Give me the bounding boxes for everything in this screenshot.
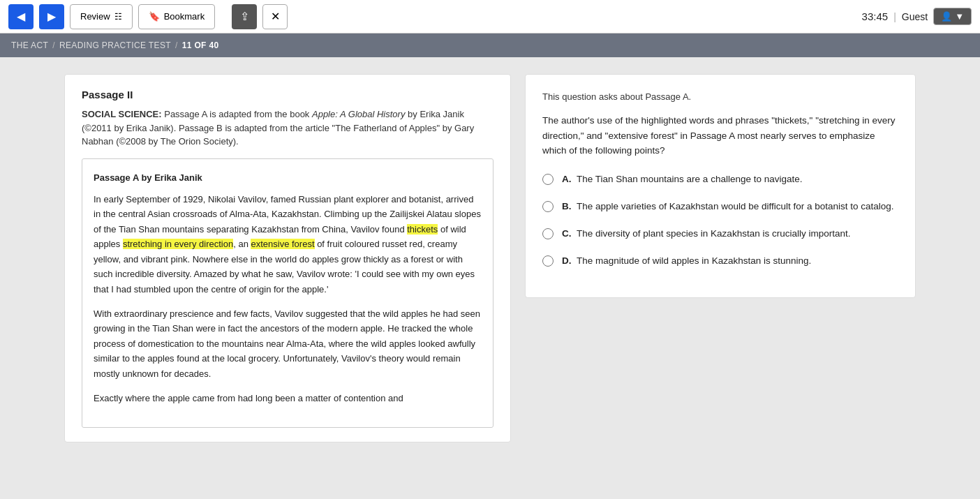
highlight-thickets: thickets	[407, 224, 438, 234]
user-avatar-button[interactable]: 👤 ▼	[933, 8, 972, 25]
review-button[interactable]: Review ☷	[70, 4, 133, 29]
bookmark-icon: 🔖	[149, 11, 160, 22]
answer-text-a: The Tian Shan mountains are a challenge …	[577, 174, 802, 184]
highlight-extensive-forest: extensive forest	[251, 239, 314, 249]
review-label: Review	[80, 11, 110, 22]
topbar: ◀ ▶ Review ☷ 🔖 Bookmark ⇪ ✕ 33:45 | Gues…	[0, 0, 980, 33]
passage-panel: Passage II SOCIAL SCIENCE: Passage A is …	[64, 74, 511, 442]
pointer-tool-button[interactable]: ⇪	[232, 4, 257, 29]
highlight-stretching: stretching in every direction	[123, 239, 233, 249]
answer-text-c: The diversity of plant species in Kazakh…	[577, 228, 850, 239]
next-button[interactable]: ▶	[39, 4, 64, 29]
intro-bold: SOCIAL SCIENCE:	[82, 109, 162, 119]
bookmark-button[interactable]: 🔖 Bookmark	[138, 4, 216, 29]
prev-button[interactable]: ◀	[8, 4, 34, 29]
answer-label-b: B. The apple varieties of Kazakhstan wou…	[562, 200, 894, 214]
separator2: /	[175, 40, 178, 50]
letter-d: D.	[562, 255, 572, 266]
close-tool-button[interactable]: ✕	[262, 4, 288, 29]
list-icon: ☷	[114, 12, 122, 22]
radio-c[interactable]	[542, 228, 554, 239]
answer-text-d: The magnitude of wild apples in Kazakhst…	[577, 255, 811, 266]
passage-author: Passage A by Erika Janik	[94, 170, 482, 185]
brand-label: THE ACT	[11, 40, 48, 50]
timer-user-area: 33:45 | Guest 👤 ▼	[862, 8, 972, 25]
passage-title: Passage II	[82, 89, 493, 100]
main-content: Passage II SOCIAL SCIENCE: Passage A is …	[36, 57, 944, 459]
breadcrumb: THE ACT / READING PRACTICE TEST / 11 OF …	[0, 33, 980, 57]
answer-option-a[interactable]: A. The Tian Shan mountains are a challen…	[542, 172, 898, 187]
separator: |	[893, 11, 896, 22]
radio-b[interactable]	[542, 201, 554, 212]
radio-a[interactable]	[542, 174, 554, 185]
close-icon: ✕	[271, 10, 280, 23]
progress-label: 11 OF 40	[182, 40, 219, 50]
question-context: This question asks about Passage A.	[542, 91, 898, 102]
paragraph2: With extraordinary prescience and few fa…	[94, 306, 482, 381]
guest-label: Guest	[902, 11, 928, 22]
radio-d[interactable]	[542, 255, 554, 267]
paragraph1: In early September of 1929, Nikolai Vavi…	[94, 192, 482, 297]
answer-label-a: A. The Tian Shan mountains are a challen…	[562, 172, 802, 187]
separator1: /	[52, 40, 55, 50]
answer-option-c[interactable]: C. The diversity of plant species in Kaz…	[542, 227, 898, 241]
letter-c: C.	[562, 228, 572, 239]
section-label: READING PRACTICE TEST	[59, 40, 171, 50]
intro-text: Passage A is adapted from the book	[162, 109, 312, 119]
answer-text-b: The apple varieties of Kazakhstan would …	[577, 201, 894, 211]
letter-b: B.	[562, 201, 572, 211]
book-title: Apple: A Global History	[312, 109, 405, 119]
question-panel: This question asks about Passage A. The …	[525, 74, 916, 298]
answer-option-d[interactable]: D. The magnitude of wild apples in Kazak…	[542, 254, 898, 269]
letter-a: A.	[562, 174, 572, 184]
paragraph3: Exactly where the apple came from had lo…	[94, 391, 482, 405]
cursor-icon: ⇪	[240, 10, 249, 23]
answer-label-d: D. The magnitude of wild apples in Kazak…	[562, 254, 811, 269]
answer-label-c: C. The diversity of plant species in Kaz…	[562, 227, 850, 241]
answer-option-b[interactable]: B. The apple varieties of Kazakhstan wou…	[542, 200, 898, 214]
bookmark-label: Bookmark	[164, 11, 205, 22]
avatar-icon: 👤	[941, 11, 952, 22]
passage-intro: SOCIAL SCIENCE: Passage A is adapted fro…	[82, 107, 493, 149]
timer-display: 33:45	[862, 10, 889, 22]
passage-text-box[interactable]: Passage A by Erika Janik In early Septem…	[82, 158, 493, 428]
chevron-down-icon: ▼	[955, 11, 964, 22]
question-text: The author's use of the highlighted word…	[542, 113, 898, 158]
